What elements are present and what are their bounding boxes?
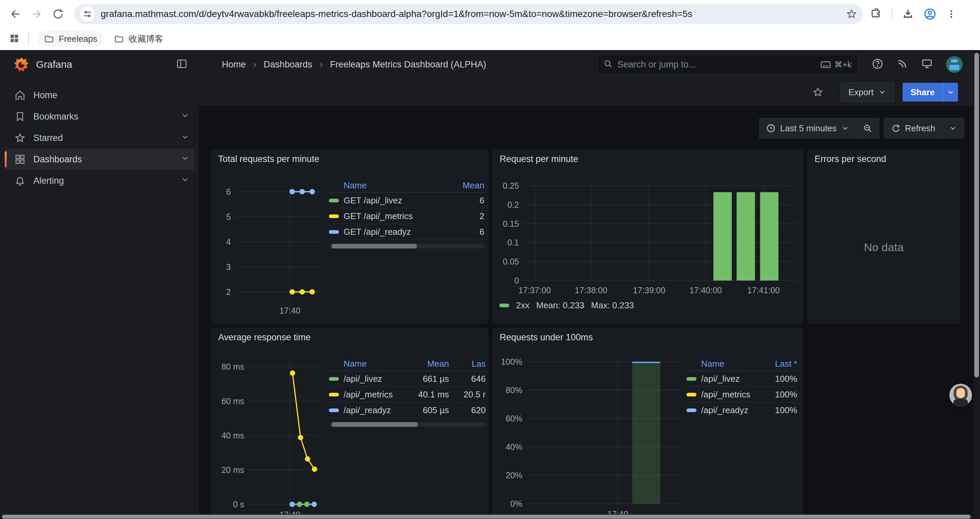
series-line [293, 373, 315, 469]
sidebar-item-alerting[interactable]: Alerting [5, 170, 194, 192]
browser-menu-icon[interactable] [946, 9, 956, 19]
chevron-down-icon[interactable] [181, 133, 189, 144]
panel-title[interactable]: Total requests per minute [218, 154, 319, 164]
legend-series-name[interactable]: 2xx [516, 300, 529, 311]
breadcrumb-home[interactable]: Home [222, 59, 246, 70]
apps-grid-icon[interactable] [10, 34, 19, 45]
legend-col-header[interactable]: Name [329, 180, 454, 191]
profile-icon[interactable] [924, 8, 936, 21]
horizontal-scrollbar-thumb[interactable] [2, 515, 970, 519]
legend-max: Max: 0.233 [591, 300, 634, 311]
data-point [290, 189, 295, 194]
legend-row[interactable]: /api/_readyz605 µs620 [329, 402, 486, 418]
vertical-scrollbar-thumb[interactable] [974, 53, 979, 377]
chevron-down-icon[interactable] [181, 154, 189, 165]
series-color-pill [686, 377, 697, 381]
legend-value: 620 [449, 405, 486, 415]
legend-scrollbar-thumb[interactable] [332, 244, 417, 249]
sidebar-item-label: Dashboards [33, 154, 181, 164]
extensions-icon[interactable] [870, 8, 881, 20]
data-point [299, 289, 305, 295]
legend-row[interactable]: /api/_livez661 µs646 [329, 371, 486, 387]
legend-row[interactable]: /api/_livez100% [686, 371, 797, 387]
export-button[interactable]: Export [841, 83, 894, 102]
user-avatar[interactable] [946, 56, 963, 73]
vertical-scrollbar[interactable] [973, 50, 980, 514]
legend-row[interactable]: GET /api/_metrics2 [329, 208, 484, 224]
legend-col-header[interactable]: Las [449, 359, 486, 369]
panel-total-requests: Total requests per minute 6543217:40 Nam… [211, 150, 488, 323]
chevron-down-icon[interactable] [181, 111, 189, 122]
legend-row[interactable]: GET /api/_readyz6 [329, 224, 484, 240]
bookmark-star-icon[interactable] [846, 9, 857, 19]
search-input[interactable]: Search or jump to... ⌘+k [597, 55, 858, 74]
sidebar-item-bookmarks[interactable]: Bookmarks [5, 106, 194, 127]
download-icon[interactable] [902, 8, 914, 20]
url-text[interactable]: grafana.mathmast.com/d/deytv4rwavabkb/fr… [101, 9, 842, 19]
legend-series-name: /api/_readyz [701, 405, 757, 415]
data-point [290, 289, 295, 295]
bookmark-folder-freeleaps[interactable]: Freeleaps [38, 31, 103, 47]
legend-row[interactable]: GET /api/_livez6 [329, 193, 484, 208]
monitor-icon[interactable] [921, 58, 932, 71]
back-icon[interactable] [5, 3, 26, 25]
legend-series-name: /api/_readyz [344, 405, 399, 415]
sidebar-toggle-icon[interactable] [176, 58, 188, 71]
search-shortcut: ⌘+k [820, 59, 851, 70]
legend-col-header[interactable]: Mean [399, 359, 449, 369]
sidebar: Grafana Home Bookmarks Starred [0, 50, 199, 519]
legend-row[interactable]: /api/_metrics40.1 ms20.5 r [329, 387, 486, 402]
legend-col-header[interactable]: Name [686, 359, 757, 369]
grafana-logo[interactable] [13, 56, 29, 72]
series-color-pill [329, 393, 339, 396]
chart-legend[interactable]: 2xx Mean: 0.233 Max: 0.233 [500, 300, 634, 311]
sidebar-item-home[interactable]: Home [5, 85, 194, 106]
site-settings-icon[interactable] [80, 7, 95, 21]
bar-top-cap [632, 362, 660, 363]
sidebar-item-starred[interactable]: Starred [5, 127, 194, 149]
help-icon[interactable] [872, 58, 883, 71]
breadcrumb-dashboards[interactable]: Dashboards [264, 59, 312, 70]
chevron-down-icon[interactable] [181, 175, 189, 186]
legend-col-header[interactable]: Last * [757, 359, 797, 369]
series-color-pill [329, 230, 339, 234]
share-menu-button[interactable] [943, 83, 958, 102]
legend-series-name: GET /api/_readyz [344, 227, 454, 237]
panel-title[interactable]: Errors per second [815, 154, 886, 164]
request-per-minute-chart[interactable]: 0.250.20.150.10.05017:37:0017:38:0017:39… [493, 150, 803, 323]
series-color-pill [500, 303, 509, 307]
refresh-interval-button[interactable] [942, 118, 964, 139]
legend-scrollbar[interactable] [329, 422, 486, 427]
horizontal-scrollbar[interactable] [0, 514, 980, 519]
bookmark-folder-blogs[interactable]: 收藏博客 [108, 30, 169, 48]
zoom-out-button[interactable] [856, 118, 879, 139]
legend-col-header[interactable]: Name [329, 359, 399, 369]
panel-title[interactable]: Request per minute [500, 154, 578, 164]
url-bar[interactable]: grafana.mathmast.com/d/deytv4rwavabkb/fr… [74, 4, 863, 24]
chart-canvas [493, 150, 803, 323]
sidebar-item-label: Bookmarks [33, 112, 181, 122]
favorite-star-icon[interactable] [813, 87, 823, 97]
share-button[interactable]: Share [903, 83, 943, 102]
data-point [299, 189, 305, 194]
time-range-picker[interactable]: Last 5 minutes [759, 118, 856, 139]
legend-scrollbar-thumb[interactable] [332, 422, 418, 427]
bell-icon [15, 175, 25, 186]
sidebar-item-dashboards[interactable]: Dashboards [5, 149, 194, 170]
legend-header-row: NameMeanLas [329, 357, 486, 371]
panel-title[interactable]: Requests under 100ms [500, 332, 593, 343]
legend-series-name: /api/_metrics [344, 390, 399, 400]
legend-scrollbar[interactable] [329, 244, 484, 249]
reload-icon[interactable] [48, 3, 69, 25]
forward-icon[interactable] [26, 3, 48, 25]
refresh-button[interactable]: Refresh [884, 118, 942, 139]
legend-col-header[interactable]: Mean [454, 180, 484, 191]
series-color-pill [329, 199, 339, 203]
panel-title[interactable]: Average response time [218, 332, 310, 343]
legend-row[interactable]: /api/_metrics100% [686, 387, 797, 402]
bar [737, 192, 755, 281]
rss-icon[interactable] [897, 58, 908, 71]
assistant-avatar-widget[interactable] [949, 384, 972, 406]
sidebar-menu: Home Bookmarks Starred Dashboards [0, 85, 199, 192]
legend-row[interactable]: /api/_readyz100% [686, 402, 797, 418]
